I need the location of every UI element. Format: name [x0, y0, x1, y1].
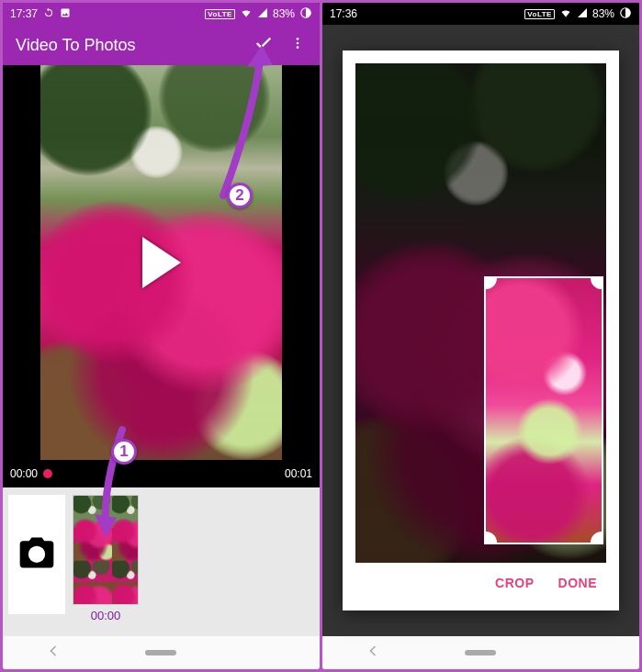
timeline-end: 00:01: [285, 467, 312, 480]
phone-right: 17:36 VoLTE 83%: [322, 3, 639, 669]
svg-point-2: [297, 42, 299, 45]
svg-rect-8: [465, 650, 496, 655]
phone-left: 17:37 VoLTE 83% Video To Photos: [3, 3, 320, 669]
battery-icon: [619, 6, 632, 22]
crop-dialog: CROP DONE: [343, 50, 619, 610]
clock: 17:36: [330, 7, 357, 20]
dialog-backdrop: CROP DONE: [322, 25, 639, 636]
app-title: Video To Photos: [16, 36, 135, 55]
play-icon[interactable]: [142, 237, 181, 288]
app-bar: Video To Photos: [3, 25, 320, 65]
svg-point-1: [297, 38, 299, 40]
signal-icon: [257, 7, 268, 21]
capture-frame-button[interactable]: [8, 495, 65, 614]
thumb-time: 00:00: [91, 609, 121, 622]
signal-icon: [577, 7, 588, 21]
playhead[interactable]: [43, 469, 52, 478]
home-button[interactable]: [145, 644, 176, 661]
camera-icon: [17, 532, 57, 577]
status-bar: 17:36 VoLTE 83%: [322, 3, 639, 25]
thumb-image: [73, 495, 139, 605]
volte-badge: VoLTE: [205, 9, 235, 19]
captured-thumb[interactable]: 00:00: [73, 495, 139, 622]
status-bar: 17:37 VoLTE 83%: [3, 3, 320, 25]
svg-rect-4: [145, 650, 176, 655]
svg-point-3: [297, 46, 299, 49]
timeline-start: 00:00: [10, 467, 38, 480]
capture-strip: 00:00: [3, 487, 320, 636]
dialog-actions: CROP DONE: [355, 563, 606, 603]
video-preview[interactable]: [3, 65, 320, 460]
back-button[interactable]: [44, 642, 62, 664]
image-icon: [60, 7, 71, 21]
crop-rect[interactable]: [486, 278, 602, 543]
wifi-icon: [240, 7, 253, 21]
overflow-menu-button[interactable]: [281, 27, 307, 63]
battery-text: 83%: [273, 7, 295, 20]
confirm-button[interactable]: [246, 26, 281, 64]
system-nav-bar: [322, 636, 639, 669]
home-button[interactable]: [465, 644, 496, 661]
battery-icon: [299, 6, 312, 22]
timeline[interactable]: 00:00 00:01: [3, 460, 320, 487]
back-button[interactable]: [364, 642, 382, 664]
system-nav-bar: [3, 636, 320, 669]
done-button[interactable]: DONE: [558, 576, 597, 590]
wifi-icon: [559, 7, 572, 21]
clock: 17:37: [10, 7, 38, 20]
volte-badge: VoLTE: [524, 9, 555, 19]
battery-text: 83%: [592, 7, 614, 20]
crop-selection-image: [486, 278, 602, 543]
crop-canvas[interactable]: [355, 63, 606, 563]
crop-button[interactable]: CROP: [495, 576, 534, 590]
sync-icon: [43, 7, 54, 21]
